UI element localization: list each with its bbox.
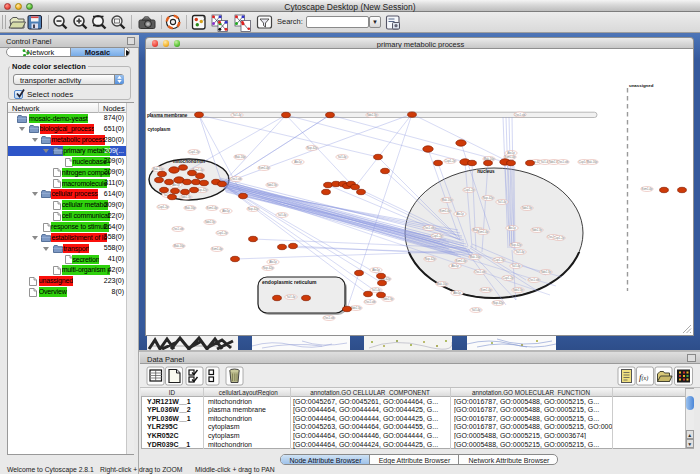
- svg-text:plasma membrane: plasma membrane: [147, 113, 188, 118]
- svg-text:Nup-42p: Nup-42p: [425, 257, 436, 261]
- svg-text:Mak-16p: Mak-16p: [442, 198, 453, 202]
- svg-text:Abc1p: Abc1p: [372, 268, 380, 272]
- svg-text:Abc1p: Abc1p: [172, 183, 180, 187]
- svg-text:Cup1-2p: Cup1-2p: [503, 276, 514, 280]
- svg-text:Sxm1-4p: Sxm1-4p: [212, 247, 223, 251]
- svg-text:Sde2-3p: Sde2-3p: [351, 306, 362, 310]
- svg-text:Sde2-3p: Sde2-3p: [383, 297, 394, 301]
- svg-text:Sde2-3p: Sde2-3p: [267, 183, 278, 187]
- svg-text:Nup-42p: Nup-42p: [307, 146, 318, 150]
- svg-text:Mak-16p: Mak-16p: [470, 255, 481, 259]
- svg-text:Sxm1-4p: Sxm1-4p: [456, 259, 467, 263]
- svg-text:unassigned: unassigned: [629, 83, 654, 88]
- svg-text:Sde2-3p: Sde2-3p: [513, 288, 524, 292]
- svg-text:Abc1p: Abc1p: [507, 151, 515, 155]
- svg-text:Yal1-4p: Yal1-4p: [232, 113, 242, 117]
- svg-text:Mak-16p: Mak-16p: [185, 206, 196, 210]
- svg-text:Sde2-3p: Sde2-3p: [541, 270, 552, 274]
- svg-text:Cup1-2p: Cup1-2p: [432, 234, 443, 238]
- svg-text:Abc1p: Abc1p: [269, 260, 277, 264]
- svg-text:Mak-16p: Mak-16p: [587, 160, 598, 164]
- svg-text:Nup-42p: Nup-42p: [493, 301, 504, 305]
- svg-text:Abc1p: Abc1p: [453, 291, 461, 295]
- svg-text:Cup1-2p: Cup1-2p: [464, 188, 475, 192]
- svg-text:Sde2-3p: Sde2-3p: [367, 113, 378, 117]
- svg-text:Sxm1-4p: Sxm1-4p: [642, 187, 653, 191]
- svg-text:Oxs1-stb: Oxs1-stb: [475, 270, 486, 274]
- svg-text:cytoplasm: cytoplasm: [148, 127, 171, 132]
- svg-text:Abc1p: Abc1p: [451, 264, 459, 268]
- svg-text:Sxm1-4p: Sxm1-4p: [259, 166, 270, 170]
- svg-text:Mak-16p: Mak-16p: [174, 244, 185, 248]
- svg-text:Yal1-4p: Yal1-4p: [497, 200, 507, 204]
- svg-text:Oxs1-stb: Oxs1-stb: [424, 226, 435, 230]
- svg-text:mitochondrion: mitochondrion: [173, 159, 205, 164]
- svg-text:Mak-16p: Mak-16p: [153, 167, 164, 171]
- svg-text:endoplasmic reticulum: endoplasmic reticulum: [262, 279, 317, 285]
- svg-text:Cup1-2p: Cup1-2p: [494, 258, 505, 262]
- svg-text:Yal1-4p: Yal1-4p: [337, 155, 347, 159]
- svg-text:Abc1p: Abc1p: [294, 160, 302, 164]
- svg-text:Nup-42p: Nup-42p: [263, 266, 274, 270]
- svg-text:Sde2-3p: Sde2-3p: [205, 220, 216, 224]
- svg-text:Abc1p: Abc1p: [222, 209, 230, 213]
- svg-text:Oxs1-stb: Oxs1-stb: [558, 160, 569, 164]
- svg-text:Sxm1-4p: Sxm1-4p: [207, 206, 218, 210]
- svg-text:Oxs1-stb: Oxs1-stb: [231, 177, 242, 181]
- svg-text:Mak-16p: Mak-16p: [235, 155, 246, 159]
- svg-text:Sde2-3p: Sde2-3p: [532, 228, 543, 232]
- svg-text:Sxm1-4p: Sxm1-4p: [440, 209, 451, 213]
- svg-text:Yal1-4p: Yal1-4p: [277, 213, 287, 217]
- svg-text:Yal1-4p: Yal1-4p: [471, 308, 481, 312]
- svg-text:Oxs1-stb: Oxs1-stb: [365, 300, 376, 304]
- svg-text:Cup1-2p: Cup1-2p: [445, 159, 456, 163]
- svg-text:Oxs1-stb: Oxs1-stb: [173, 227, 184, 231]
- svg-text:Yal1-4p: Yal1-4p: [286, 295, 296, 299]
- svg-text:Abc1p: Abc1p: [456, 212, 464, 216]
- svg-text:Cup1-2p: Cup1-2p: [189, 150, 200, 154]
- svg-text:Sxm1-4p: Sxm1-4p: [478, 230, 489, 234]
- svg-text:nucleus: nucleus: [477, 169, 495, 174]
- svg-text:Yal1-4p: Yal1-4p: [515, 250, 525, 254]
- svg-text:Nup-42p: Nup-42p: [511, 243, 522, 247]
- svg-text:Cup1-2p: Cup1-2p: [158, 205, 169, 209]
- svg-text:Cup1-2p: Cup1-2p: [554, 236, 565, 240]
- svg-text:Yal1-4p: Yal1-4p: [511, 264, 521, 268]
- svg-text:Sde2-3p: Sde2-3p: [181, 195, 192, 199]
- svg-text:Nup-42p: Nup-42p: [483, 196, 494, 200]
- svg-text:Abc1p: Abc1p: [508, 226, 516, 230]
- svg-text:Mak-16p: Mak-16p: [437, 282, 448, 286]
- svg-text:Nup-42p: Nup-42p: [248, 207, 259, 211]
- svg-text:Oxs1-stb: Oxs1-stb: [515, 113, 526, 117]
- svg-text:Oxs1-stb: Oxs1-stb: [529, 278, 540, 282]
- svg-text:Oxs1-stb: Oxs1-stb: [324, 316, 335, 320]
- svg-text:Sde2-3p: Sde2-3p: [522, 206, 533, 210]
- svg-text:Sxm1-4p: Sxm1-4p: [481, 288, 492, 292]
- svg-text:Yal1-4p: Yal1-4p: [371, 288, 381, 292]
- svg-text:Cup1-2p: Cup1-2p: [217, 231, 228, 235]
